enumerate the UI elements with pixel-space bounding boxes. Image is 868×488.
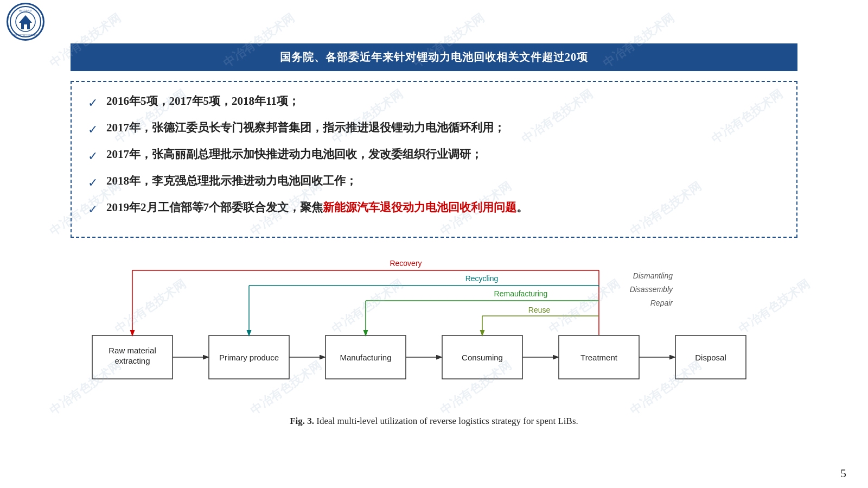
bullet-5: ✓ 2019年2月工信部等7个部委联合发文，聚焦新能源汽车退役动力电池回收利用问… xyxy=(88,199,775,218)
label-recycling: Recycling xyxy=(465,274,499,283)
label-recovery: Recovery xyxy=(390,259,422,268)
label-reuse: Reuse xyxy=(528,306,551,314)
page-number: 5 xyxy=(840,466,846,480)
label-remanufacturing: Remaufacturing xyxy=(494,289,548,298)
banner: 国务院、各部委近年来针对锂动力电池回收相关文件超过20项 xyxy=(71,43,797,71)
label-dismantling: Dismantling xyxy=(633,271,673,280)
svg-text:燕山工业大学: 燕山工业大学 xyxy=(19,9,32,12)
checkmark-5: ✓ xyxy=(88,200,98,218)
header: 燕山工业大学 UNIVERSITY OF TECHNOLOGY xyxy=(0,0,868,43)
checkmark-1: ✓ xyxy=(88,94,98,112)
svg-rect-4 xyxy=(24,24,27,29)
fig-caption-text: Ideal multi-level utilization of reverse… xyxy=(314,416,578,426)
diagram-svg: Raw material extracting Primary produce … xyxy=(76,254,792,411)
bullet-2: ✓ 2017年，张德江委员长专门视察邦普集团，指示推进退役锂动力电池循环利用； xyxy=(88,119,775,138)
checkmark-2: ✓ xyxy=(88,121,98,138)
info-box: ✓ 2016年5项，2017年5项，2018年11项； ✓ 2017年，张德江委… xyxy=(71,81,797,238)
fig-caption: Fig. 3. Ideal multi-level utilization of… xyxy=(290,416,578,427)
fig-label: Fig. 3. xyxy=(290,416,314,426)
box-manufacturing-label: Manufacturing xyxy=(340,353,391,362)
bullet-5-text: 2019年2月工信部等7个部委联合发文，聚焦新能源汽车退役动力电池回收利用问题。 xyxy=(106,199,528,217)
svg-text:UNIVERSITY OF TECHNOLOGY: UNIVERSITY OF TECHNOLOGY xyxy=(11,34,40,36)
box-disposal-label: Disposal xyxy=(695,353,726,362)
diagram-container: Raw material extracting Primary produce … xyxy=(71,254,797,427)
checkmark-3: ✓ xyxy=(88,147,98,165)
box-raw-label2: extracting xyxy=(114,356,150,365)
box-primary-label: Primary produce xyxy=(219,353,279,362)
main-content: 国务院、各部委近年来针对锂动力电池回收相关文件超过20项 ✓ 2016年5项，2… xyxy=(0,43,868,427)
svg-marker-3 xyxy=(19,15,32,23)
bullet-1-text: 2016年5项，2017年5项，2018年11项； xyxy=(106,93,299,110)
bullet-2-text: 2017年，张德江委员长专门视察邦普集团，指示推进退役锂动力电池循环利用； xyxy=(106,119,505,137)
bullet-3: ✓ 2017年，张高丽副总理批示加快推进动力电池回收，发改委组织行业调研； xyxy=(88,146,775,165)
box-raw-label: Raw material xyxy=(108,346,156,355)
banner-text: 国务院、各部委近年来针对锂动力电池回收相关文件超过20项 xyxy=(280,51,588,63)
diagram-svg-wrapper: Raw material extracting Primary produce … xyxy=(76,254,792,411)
checkmark-4: ✓ xyxy=(88,174,98,192)
box-consuming-label: Consuming xyxy=(462,353,503,362)
box-treatment-label: Treatment xyxy=(580,353,618,362)
bullet-3-text: 2017年，张高丽副总理批示加快推进动力电池回收，发改委组织行业调研； xyxy=(106,146,482,163)
bullet-4-text: 2018年，李克强总理批示推进动力电池回收工作； xyxy=(106,173,357,190)
label-disassembly: Disassembly xyxy=(630,285,673,294)
highlight-text: 新能源汽车退役动力电池回收利用问题 xyxy=(323,201,516,214)
bullet-1: ✓ 2016年5项，2017年5项，2018年11项； xyxy=(88,93,775,112)
label-repair: Repair xyxy=(650,299,674,307)
logo: 燕山工业大学 UNIVERSITY OF TECHNOLOGY xyxy=(7,3,44,41)
bullet-4: ✓ 2018年，李克强总理批示推进动力电池回收工作； xyxy=(88,173,775,192)
